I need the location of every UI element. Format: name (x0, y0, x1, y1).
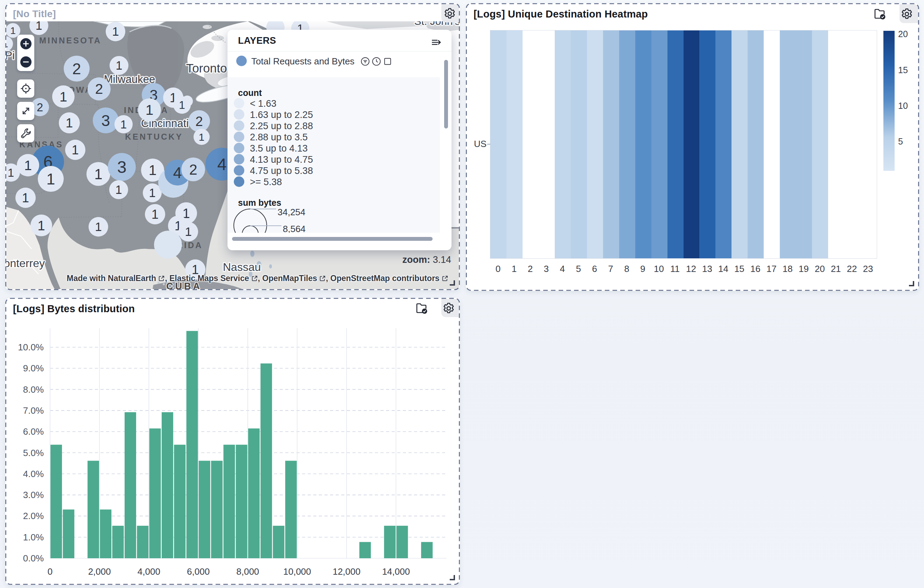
histogram-library-button[interactable] (416, 302, 427, 314)
attribution-link[interactable]: OpenMapTiles, (262, 274, 330, 283)
heatmap-cell[interactable] (635, 30, 651, 258)
cluster-marker[interactable]: 2 (87, 78, 111, 101)
histogram-bar[interactable] (396, 526, 408, 558)
cluster-marker[interactable]: 1 (30, 215, 52, 236)
histogram-bar[interactable] (384, 526, 396, 558)
histogram-bar[interactable] (199, 461, 210, 558)
heatmap-cell[interactable] (603, 30, 619, 258)
histogram-chart[interactable]: 0.0%1.0%2.0%3.0%4.0%5.0%6.0%7.0%8.0%9.0%… (6, 299, 459, 584)
cluster-marker[interactable]: 2 (181, 157, 205, 181)
histogram-bar[interactable] (223, 445, 235, 558)
cluster-marker[interactable]: 1 (38, 166, 64, 192)
histogram-bar[interactable] (149, 428, 161, 558)
panel-resize-handle[interactable] (909, 281, 914, 286)
histogram-bar[interactable] (137, 526, 148, 558)
histogram-bar[interactable] (186, 331, 198, 558)
cluster-marker[interactable]: 3 (108, 153, 136, 181)
heatmap-gear-button[interactable] (901, 8, 913, 20)
heatmap-cell[interactable] (667, 30, 683, 258)
layer-row[interactable]: Total Requests and Bytes (228, 51, 452, 78)
map-locate-button[interactable] (17, 79, 34, 97)
cluster-marker[interactable]: 1 (17, 154, 39, 177)
heatmap-cell[interactable] (764, 30, 780, 258)
histogram-bar[interactable] (125, 412, 136, 558)
cluster-marker[interactable]: 1 (89, 217, 108, 236)
heatmap-cell[interactable] (796, 30, 812, 258)
map-canvas[interactable]: MINNESOTAIOWAKANSASINDIANAKENTUCKYFLORID… (6, 21, 459, 289)
heatmap-cell[interactable] (619, 30, 635, 258)
histogram-bar[interactable] (248, 428, 260, 558)
histogram-bar[interactable] (100, 510, 111, 558)
histogram-bar[interactable] (211, 461, 223, 558)
map-zoom-in-button[interactable] (17, 35, 34, 53)
heatmap-cell[interactable] (507, 30, 523, 258)
attribution-link[interactable]: OpenStreetMap contributors (330, 274, 448, 283)
cluster-marker[interactable]: 1 (6, 36, 13, 51)
histogram-bar[interactable] (261, 363, 272, 558)
heatmap-cell[interactable] (747, 30, 764, 258)
vertical-scrollbar[interactable] (444, 60, 448, 129)
histogram-bar[interactable] (421, 542, 432, 558)
heatmap-cell[interactable] (780, 30, 796, 258)
cluster-marker[interactable]: 1 (114, 115, 133, 133)
heatmap-plot[interactable] (490, 30, 877, 259)
attribution-link[interactable]: Elastic Maps Service, (169, 274, 262, 283)
svg-text:1: 1 (112, 25, 119, 38)
cluster-marker[interactable]: 2 (64, 56, 90, 81)
cluster-marker[interactable]: 1 (109, 56, 129, 75)
heatmap-cell[interactable] (731, 30, 747, 258)
cluster-marker[interactable]: 1 (86, 162, 110, 186)
heatmap-cell[interactable] (587, 30, 603, 258)
heatmap-cell[interactable] (555, 30, 571, 258)
collapse-layers-button[interactable] (431, 37, 442, 48)
cluster-marker[interactable]: 3 (93, 107, 119, 133)
cluster-marker[interactable] (154, 231, 182, 259)
histogram-gear-button[interactable] (443, 302, 455, 314)
histogram-bar[interactable] (50, 445, 62, 558)
histogram-bar[interactable] (112, 526, 124, 558)
cluster-marker[interactable]: 1 (65, 140, 86, 160)
panel-resize-handle[interactable] (450, 575, 455, 580)
map-panel-gear-button[interactable] (444, 8, 456, 20)
cluster-marker[interactable]: 1 (173, 96, 191, 114)
heatmap-cell[interactable] (539, 30, 555, 258)
cluster-marker[interactable]: 1 (106, 22, 125, 41)
heatmap-cell[interactable] (490, 30, 507, 258)
heatmap-library-button[interactable] (874, 8, 886, 20)
heatmap-cell[interactable] (651, 30, 667, 258)
heatmap-cell[interactable] (860, 30, 876, 258)
map-tools-button[interactable] (17, 124, 34, 142)
map-zoom-out-button[interactable] (17, 53, 34, 71)
cluster-marker[interactable]: 1 (138, 98, 161, 121)
cluster-marker[interactable]: 2 (188, 110, 210, 132)
cluster-marker[interactable]: 1 (145, 204, 165, 225)
histogram-bar[interactable] (236, 445, 248, 558)
heatmap-cell[interactable] (523, 30, 539, 258)
heatmap-cell[interactable] (812, 30, 828, 258)
histogram-bar[interactable] (162, 412, 173, 558)
horizontal-scrollbar[interactable] (232, 237, 432, 241)
heatmap-cell[interactable] (683, 30, 700, 258)
heatmap-cell[interactable] (699, 30, 715, 258)
histogram-bar[interactable] (174, 445, 185, 558)
histogram-bar[interactable] (285, 461, 297, 558)
histogram-bar[interactable] (63, 510, 74, 558)
cluster-marker[interactable]: 1 (193, 129, 210, 145)
panel-resize-handle[interactable] (450, 280, 455, 286)
histogram-bar[interactable] (273, 526, 285, 558)
cluster-marker[interactable]: 1 (52, 86, 74, 108)
heatmap-cell[interactable] (828, 30, 844, 258)
cluster-marker[interactable]: 1 (109, 180, 128, 199)
heatmap-cell[interactable] (715, 30, 731, 258)
map-fit-to-data-button[interactable] (17, 102, 34, 120)
heatmap-cell[interactable] (844, 30, 860, 258)
histogram-bar[interactable] (87, 461, 99, 558)
clock-icon (372, 57, 381, 66)
cluster-marker[interactable]: 1 (30, 21, 48, 35)
cluster-marker[interactable]: 1 (178, 222, 198, 241)
cluster-marker[interactable]: 1 (15, 188, 36, 208)
heatmap-cell[interactable] (571, 30, 587, 258)
histogram-bar[interactable] (360, 542, 371, 558)
cluster-marker[interactable]: 1 (59, 112, 80, 133)
attribution-link[interactable]: Made with NaturalEarth, (67, 274, 169, 283)
